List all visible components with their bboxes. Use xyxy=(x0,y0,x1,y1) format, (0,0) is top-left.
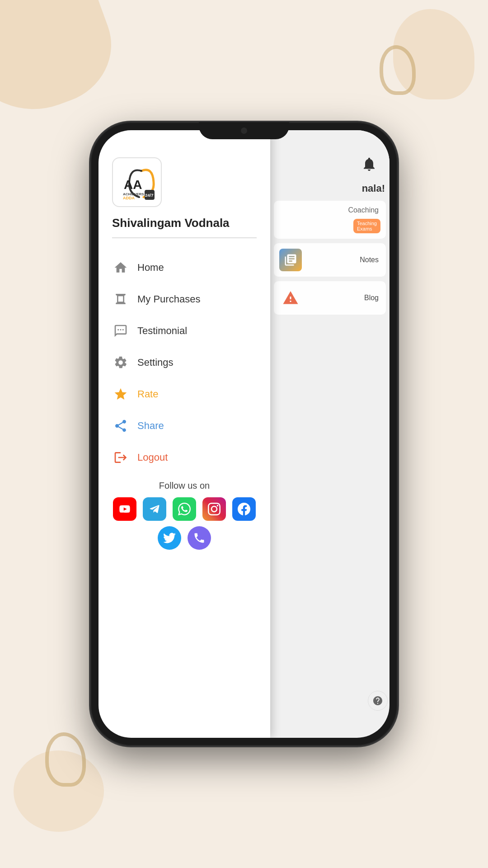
svg-text:ADDA: ADDA xyxy=(123,196,135,200)
tag-teaching: TeachingExams xyxy=(353,219,380,233)
background-cards: Coaching TeachingExams Notes xyxy=(270,197,389,318)
testimonial-svg xyxy=(113,324,128,338)
coaching-label: Coaching xyxy=(279,206,380,214)
social-row-1 xyxy=(112,497,257,521)
notch-camera xyxy=(241,127,247,134)
youtube-svg xyxy=(118,503,131,515)
phone-svg xyxy=(193,532,206,544)
sidebar-item-home[interactable]: Home xyxy=(99,252,270,283)
main-content: nala! Coaching TeachingExams Notes xyxy=(270,130,389,738)
follow-label: Follow us on xyxy=(112,481,257,491)
twitter-icon[interactable] xyxy=(158,526,181,550)
follow-section: Follow us on xyxy=(99,473,270,555)
user-name: Shivalingam Vodnala xyxy=(112,216,230,230)
sidebar-item-my-purchases[interactable]: My Purchases xyxy=(99,283,270,315)
star-icon xyxy=(112,386,129,403)
rate-label: Rate xyxy=(137,388,158,400)
facebook-svg xyxy=(238,503,250,515)
notes-thumb xyxy=(279,249,302,271)
drawer-header: AA ACHIEVERS ADDA 24/7 Shivalingam Vodna… xyxy=(99,157,270,252)
sidebar-item-logout[interactable]: Logout xyxy=(99,442,270,473)
phone-shell: AA ACHIEVERS ADDA 24/7 Shivalingam Vodna… xyxy=(90,122,398,746)
telegram-svg xyxy=(148,503,161,515)
settings-icon xyxy=(112,354,129,371)
notch xyxy=(199,122,289,139)
home-icon xyxy=(112,259,129,276)
help-button[interactable] xyxy=(368,691,388,711)
home-svg xyxy=(113,260,128,275)
sidebar-item-rate[interactable]: Rate xyxy=(99,378,270,410)
logo-box: AA ACHIEVERS ADDA 24/7 xyxy=(112,157,162,207)
sidebar-item-share[interactable]: Share xyxy=(99,410,270,442)
blog-icon xyxy=(279,287,302,309)
blog-label: Blog xyxy=(364,294,380,302)
purchases-icon xyxy=(112,291,129,308)
phone-icon[interactable] xyxy=(188,526,211,550)
star-svg xyxy=(113,387,128,401)
logout-svg xyxy=(113,450,128,465)
twitter-svg xyxy=(163,532,176,544)
purchases-svg xyxy=(113,292,128,307)
notification-bell-icon[interactable] xyxy=(358,153,380,175)
logout-icon xyxy=(112,449,129,466)
sidebar-item-settings[interactable]: Settings xyxy=(99,347,270,378)
notes-svg xyxy=(284,253,297,267)
greeting-text: nala! xyxy=(270,180,389,197)
social-row-2 xyxy=(112,526,257,550)
instagram-icon[interactable] xyxy=(202,497,226,521)
header-divider xyxy=(112,237,257,238)
help-svg xyxy=(372,695,383,706)
navigation-drawer: AA ACHIEVERS ADDA 24/7 Shivalingam Vodna… xyxy=(99,130,270,738)
screen: AA ACHIEVERS ADDA 24/7 Shivalingam Vodna… xyxy=(99,130,389,738)
settings-label: Settings xyxy=(137,357,174,368)
logout-label: Logout xyxy=(137,452,168,463)
bell-svg xyxy=(361,156,377,172)
testimonial-icon xyxy=(112,322,129,340)
svg-text:AA: AA xyxy=(124,178,142,192)
decorative-ring-bl xyxy=(45,732,86,787)
sidebar-item-testimonial[interactable]: Testimonial xyxy=(99,315,270,347)
whatsapp-svg xyxy=(178,503,191,515)
telegram-icon[interactable] xyxy=(143,497,166,521)
side-items xyxy=(368,691,388,711)
main-header xyxy=(270,130,389,180)
share-label: Share xyxy=(137,420,164,432)
decorative-blob-tl xyxy=(0,0,127,129)
whatsapp-icon[interactable] xyxy=(173,497,196,521)
share-svg xyxy=(113,419,128,433)
svg-text:24/7: 24/7 xyxy=(145,193,154,198)
notes-card: Notes xyxy=(274,243,386,277)
coaching-card: Coaching TeachingExams xyxy=(274,201,386,239)
app-logo: AA ACHIEVERS ADDA 24/7 xyxy=(117,162,157,203)
youtube-icon[interactable] xyxy=(113,497,136,521)
notes-label: Notes xyxy=(360,256,380,264)
purchases-label: My Purchases xyxy=(137,293,200,305)
home-label: Home xyxy=(137,262,164,274)
testimonial-label: Testimonial xyxy=(137,325,187,337)
facebook-icon[interactable] xyxy=(232,497,256,521)
share-icon xyxy=(112,417,129,434)
blog-card: Blog xyxy=(274,281,386,315)
instagram-svg xyxy=(208,503,221,515)
warning-svg xyxy=(282,290,299,306)
settings-svg xyxy=(113,355,128,370)
